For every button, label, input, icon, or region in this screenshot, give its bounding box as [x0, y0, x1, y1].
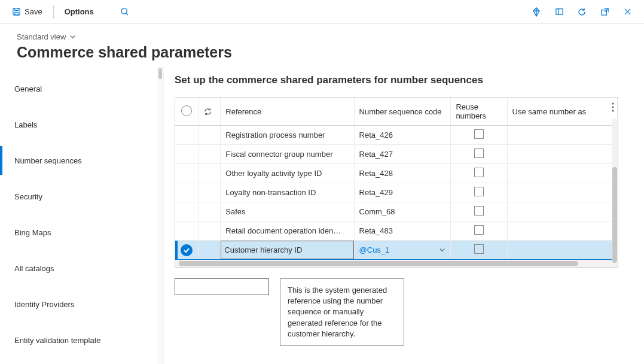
refresh-button[interactable]: [572, 2, 591, 22]
save-button[interactable]: Save: [7, 4, 47, 20]
section-title: Set up the commerce shared parameters fo…: [175, 74, 633, 86]
svg-rect-0: [13, 8, 20, 15]
checkmark-icon: [181, 244, 193, 256]
column-reuse[interactable]: Reuse numbers: [451, 98, 507, 126]
empty-input[interactable]: [175, 278, 269, 295]
cell-code[interactable]: Comm_68: [354, 202, 451, 222]
cell-reuse[interactable]: [451, 202, 507, 222]
row-selector[interactable]: [175, 126, 199, 145]
row-selector[interactable]: [175, 145, 199, 164]
table-row[interactable]: Retail document operation iden… Reta_483: [175, 222, 618, 241]
sidebar-item-number-sequences[interactable]: Number sequences: [0, 142, 163, 178]
cell-reuse[interactable]: [451, 183, 507, 202]
scrollbar-thumb[interactable]: [612, 167, 617, 263]
sidebar-item-general[interactable]: General: [0, 71, 163, 107]
options-button[interactable]: Options: [60, 4, 99, 20]
sidebar-item-all-catalogs[interactable]: All catalogs: [0, 250, 163, 286]
cell-reference[interactable]: Registration process number: [221, 126, 354, 145]
checkbox-icon: [474, 225, 484, 235]
sidebar-item-label: Identity Providers: [14, 300, 74, 309]
row-selector[interactable]: [175, 222, 199, 241]
search-button[interactable]: [115, 2, 135, 22]
row-selector[interactable]: [175, 241, 199, 260]
svg-point-5: [612, 103, 614, 105]
cell-same[interactable]: [507, 241, 617, 260]
cell-reuse[interactable]: [451, 126, 507, 145]
svg-point-2: [121, 8, 127, 14]
cell-same[interactable]: [507, 145, 617, 164]
checkbox-icon: [474, 244, 484, 254]
cell-code[interactable]: Reta_483: [354, 222, 451, 241]
cell-code[interactable]: Reta_429: [354, 183, 451, 202]
cell-same[interactable]: [507, 164, 617, 183]
cell-reuse[interactable]: [451, 164, 507, 183]
cell-same[interactable]: [507, 126, 617, 145]
cell-code[interactable]: Reta_426: [354, 126, 451, 145]
sidebar-item-bing-maps[interactable]: Bing Maps: [0, 214, 163, 250]
checkbox-icon: [474, 187, 484, 196]
column-same[interactable]: Use same number as: [507, 98, 617, 126]
sidebar-item-label: Bing Maps: [14, 228, 51, 237]
circle-icon: [181, 105, 192, 116]
page-title: Commerce shared parameters: [17, 44, 627, 61]
sidebar-item-labels[interactable]: Labels: [0, 107, 163, 142]
column-reference[interactable]: Reference: [221, 98, 354, 126]
cell-reference[interactable]: Loyalty non-transaction ID: [221, 183, 354, 202]
chevron-down-icon: [69, 34, 76, 40]
popout-button[interactable]: [595, 2, 614, 22]
row-selector[interactable]: [175, 202, 199, 222]
table-row[interactable]: Registration process number Reta_426: [175, 126, 618, 145]
close-icon: [623, 7, 632, 16]
table-row[interactable]: Fiscal connector group number Reta_427: [175, 145, 618, 164]
cell-reference[interactable]: Fiscal connector group number: [221, 145, 354, 164]
refresh-icon: [203, 107, 215, 116]
sidebar-item-label: Labels: [14, 120, 37, 129]
attachments-button[interactable]: [527, 2, 546, 22]
cell-same[interactable]: [507, 183, 617, 202]
cell-reuse[interactable]: [451, 222, 507, 241]
sidebar-item-identity-providers[interactable]: Identity Providers: [0, 286, 163, 322]
svg-rect-3: [556, 9, 562, 14]
secondary-row: This is the system generated reference u…: [175, 278, 633, 346]
sidebar-scrollbar[interactable]: [157, 66, 163, 364]
cell-code[interactable]: Reta_428: [354, 164, 451, 183]
cell-same[interactable]: [507, 222, 617, 241]
close-button[interactable]: [618, 2, 637, 22]
toolbar-left: Save Options: [7, 2, 135, 22]
reference-input[interactable]: Customer hierarchy ID: [221, 241, 353, 259]
office-icon: [555, 7, 564, 16]
grid-vertical-scrollbar[interactable]: [612, 119, 618, 260]
office-button[interactable]: [550, 2, 569, 22]
refresh-column-header[interactable]: [199, 98, 221, 126]
cell-same[interactable]: [507, 202, 617, 222]
view-selector[interactable]: Standard view: [17, 31, 76, 43]
cell-reference[interactable]: Customer hierarchy ID: [221, 241, 354, 260]
cell-code[interactable]: Reta_427: [354, 145, 451, 164]
cell-reference[interactable]: Retail document operation iden…: [221, 222, 354, 241]
scrollbar-thumb[interactable]: [179, 261, 578, 266]
sidebar-item-entity-validation[interactable]: Entity validation template: [0, 322, 163, 358]
table-row[interactable]: Loyalty non-transaction ID Reta_429: [175, 183, 618, 202]
cell-reuse[interactable]: [451, 241, 507, 260]
scrollbar-thumb[interactable]: [158, 68, 162, 79]
grid-table: Reference Number sequence code Reuse num…: [175, 98, 618, 260]
row-selector[interactable]: [175, 183, 199, 202]
grid-options-button[interactable]: [612, 102, 614, 112]
column-code[interactable]: Number sequence code: [354, 98, 451, 126]
cell-code-dropdown[interactable]: @Cus_1: [354, 241, 451, 260]
main-panel: Set up the commerce shared parameters fo…: [164, 66, 644, 364]
grid-horizontal-scrollbar[interactable]: [175, 260, 618, 267]
diamond-icon: [532, 7, 541, 17]
refresh-icon: [577, 7, 587, 17]
row-selector[interactable]: [175, 164, 199, 183]
table-row-selected[interactable]: Customer hierarchy ID @Cus_1: [175, 241, 618, 260]
cell-reference[interactable]: Other loyalty activity type ID: [221, 164, 354, 183]
checkbox-icon: [474, 148, 484, 158]
sidebar-item-label: Entity validation template: [14, 336, 101, 345]
cell-reuse[interactable]: [451, 145, 507, 164]
sidebar-item-security[interactable]: Security: [0, 178, 163, 214]
table-row[interactable]: Safes Comm_68: [175, 202, 618, 222]
select-all-header[interactable]: [175, 98, 199, 126]
cell-reference[interactable]: Safes: [221, 202, 354, 222]
table-row[interactable]: Other loyalty activity type ID Reta_428: [175, 164, 618, 183]
